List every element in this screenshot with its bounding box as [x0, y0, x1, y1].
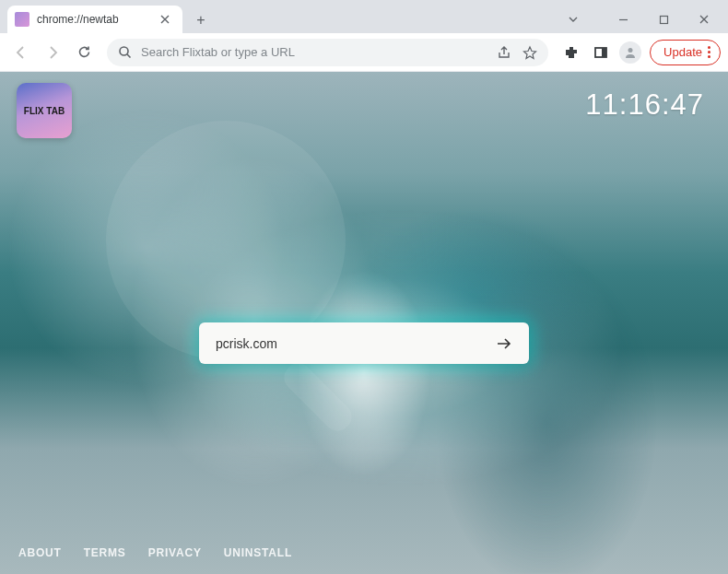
- svg-point-1: [120, 47, 128, 55]
- menu-dots-icon: [708, 46, 710, 58]
- address-bar[interactable]: Search Flixtab or type a URL: [107, 39, 548, 66]
- page-search-bar[interactable]: [199, 322, 529, 364]
- flixtab-logo[interactable]: FLIX TAB: [17, 83, 72, 138]
- update-button-label: Update: [663, 45, 702, 59]
- tab-favicon: [15, 12, 29, 27]
- update-button[interactable]: Update: [650, 40, 721, 65]
- tab-title: chrome://newtab: [37, 13, 160, 26]
- window-controls: [553, 6, 728, 33]
- footer-link-privacy[interactable]: PRIVACY: [148, 546, 202, 559]
- profile-avatar[interactable]: [616, 39, 644, 66]
- bookmark-icon[interactable]: [523, 45, 537, 60]
- close-window-button[interactable]: [684, 6, 724, 33]
- browser-toolbar: Search Flixtab or type a URL Update: [0, 33, 728, 72]
- omnibox-placeholder: Search Flixtab or type a URL: [141, 45, 497, 59]
- close-tab-icon[interactable]: [160, 15, 175, 24]
- footer-link-about[interactable]: ABOUT: [18, 546, 62, 559]
- reload-button[interactable]: [70, 39, 98, 66]
- search-submit-icon[interactable]: [492, 334, 516, 354]
- forward-button[interactable]: [39, 39, 66, 66]
- back-button[interactable]: [7, 39, 35, 66]
- svg-rect-3: [602, 48, 606, 57]
- new-tab-button[interactable]: +: [188, 7, 214, 33]
- browser-tab[interactable]: chrome://newtab: [7, 6, 182, 33]
- svg-rect-0: [660, 16, 667, 23]
- logo-text: FLIX TAB: [24, 106, 65, 116]
- search-icon: [118, 45, 132, 59]
- svg-point-4: [628, 48, 633, 53]
- footer-link-terms[interactable]: TERMS: [84, 546, 126, 559]
- side-panel-icon[interactable]: [587, 39, 615, 66]
- footer-links: ABOUT TERMS PRIVACY UNINSTALL: [18, 546, 292, 559]
- newtab-content: FLIX TAB 11:16:47 ABOUT TERMS PRIVACY UN…: [0, 72, 728, 574]
- tab-search-icon[interactable]: [553, 6, 593, 33]
- extensions-icon[interactable]: [558, 39, 585, 66]
- maximize-button[interactable]: [643, 6, 684, 33]
- footer-link-uninstall[interactable]: UNINSTALL: [224, 546, 292, 559]
- page-search-input[interactable]: [216, 336, 492, 351]
- clock-display: 11:16:47: [585, 88, 704, 122]
- minimize-button[interactable]: [603, 6, 643, 33]
- share-icon[interactable]: [497, 45, 511, 60]
- browser-titlebar: chrome://newtab +: [0, 0, 728, 33]
